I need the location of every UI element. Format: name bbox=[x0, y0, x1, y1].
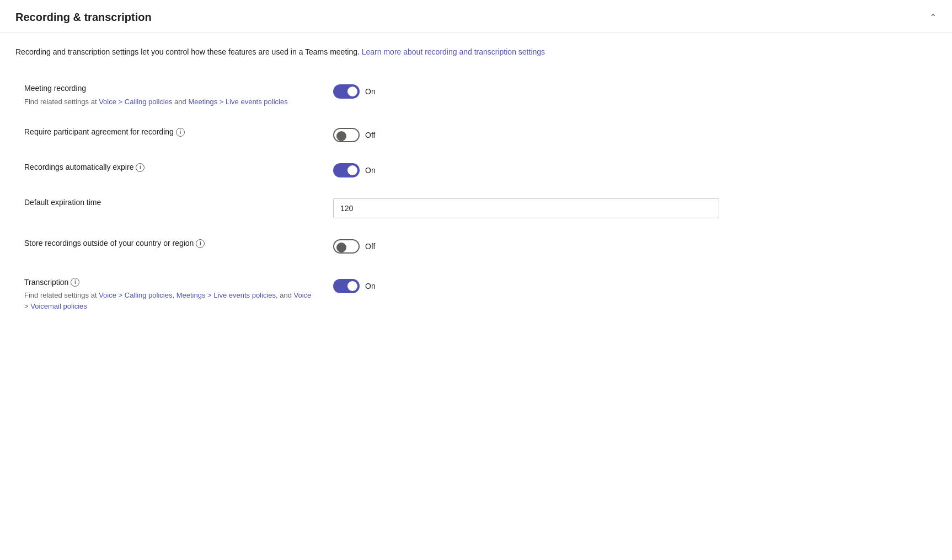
store-outside-label: Store recordings outside of your country… bbox=[24, 238, 315, 249]
setting-label-col: Meeting recording Find related settings … bbox=[24, 83, 333, 107]
transcription-info-icon[interactable]: i bbox=[71, 278, 79, 287]
live-events-policies-link-1[interactable]: Meetings > Live events policies bbox=[188, 98, 287, 106]
settings-container: Meeting recording Find related settings … bbox=[15, 73, 937, 321]
transcription-section: Transcription i Find related settings at… bbox=[24, 268, 937, 321]
transcription-toggle-wrapper: On bbox=[333, 279, 376, 293]
meeting-recording-track bbox=[333, 84, 360, 99]
meeting-recording-toggle-wrapper: On bbox=[333, 84, 376, 99]
transcription-title: Transcription i bbox=[24, 278, 315, 287]
meeting-recording-thumb bbox=[347, 87, 357, 96]
section-body: Recording and transcription settings let… bbox=[0, 33, 952, 335]
setting-row-meeting-recording: Meeting recording Find related settings … bbox=[24, 73, 937, 117]
expiration-time-control bbox=[333, 197, 719, 218]
store-outside-value-label: Off bbox=[365, 242, 375, 251]
auto-expire-control: On bbox=[333, 162, 376, 177]
section-header: Recording & transcription ⌃ bbox=[0, 0, 952, 33]
meeting-recording-label: Meeting recording bbox=[24, 83, 315, 94]
meeting-recording-value-label: On bbox=[365, 87, 376, 96]
voice-calling-policies-link-1[interactable]: Voice > Calling policies bbox=[99, 98, 172, 106]
require-agreement-toggle[interactable] bbox=[333, 128, 360, 142]
auto-expire-info-icon[interactable]: i bbox=[136, 163, 145, 172]
live-events-policies-link-2[interactable]: Meetings > Live events policies, bbox=[177, 291, 278, 299]
store-outside-control: Off bbox=[333, 238, 375, 254]
setting-row-auto-expire: Recordings automatically expire i On bbox=[24, 152, 937, 187]
store-outside-info-icon[interactable]: i bbox=[196, 239, 205, 248]
setting-row-require-agreement: Require participant agreement for record… bbox=[24, 117, 937, 152]
setting-label-col: Recordings automatically expire i bbox=[24, 162, 333, 173]
transcription-toggle[interactable] bbox=[333, 279, 360, 293]
auto-expire-track bbox=[333, 163, 360, 177]
store-outside-toggle[interactable] bbox=[333, 239, 360, 254]
transcription-control: On bbox=[333, 278, 376, 293]
setting-label-col: Store recordings outside of your country… bbox=[24, 238, 333, 249]
require-agreement-control: Off bbox=[333, 127, 375, 142]
transcription-track bbox=[333, 279, 360, 293]
setting-row-expiration-time: Default expiration time bbox=[24, 187, 937, 228]
require-agreement-toggle-wrapper: Off bbox=[333, 128, 375, 142]
page-container: Recording & transcription ⌃ Recording an… bbox=[0, 0, 952, 560]
auto-expire-label: Recordings automatically expire i bbox=[24, 162, 315, 173]
transcription-thumb bbox=[347, 281, 357, 291]
auto-expire-toggle[interactable] bbox=[333, 163, 360, 177]
setting-row-transcription: Transcription i Find related settings at… bbox=[24, 268, 937, 321]
meeting-recording-control: On bbox=[333, 83, 376, 99]
transcription-value-label: On bbox=[365, 282, 376, 290]
auto-expire-thumb bbox=[347, 165, 357, 175]
transcription-sublabel: Find related settings at Voice > Calling… bbox=[24, 290, 315, 311]
require-agreement-info-icon[interactable]: i bbox=[176, 128, 185, 137]
store-outside-toggle-wrapper: Off bbox=[333, 239, 375, 254]
learn-more-link[interactable]: Learn more about recording and transcrip… bbox=[362, 47, 545, 56]
section-title: Recording & transcription bbox=[15, 11, 152, 24]
meeting-recording-toggle[interactable] bbox=[333, 84, 360, 99]
description-text-before: Recording and transcription settings let… bbox=[15, 47, 362, 56]
meeting-recording-sublabel: Find related settings at Voice > Calling… bbox=[24, 96, 315, 107]
require-agreement-thumb bbox=[336, 131, 346, 141]
expiration-time-input[interactable] bbox=[333, 198, 719, 218]
description-text: Recording and transcription settings let… bbox=[15, 46, 788, 58]
require-agreement-label: Require participant agreement for record… bbox=[24, 127, 315, 138]
auto-expire-value-label: On bbox=[365, 166, 376, 175]
setting-row-store-outside: Store recordings outside of your country… bbox=[24, 228, 937, 263]
require-agreement-value-label: Off bbox=[365, 131, 375, 139]
auto-expire-toggle-wrapper: On bbox=[333, 163, 376, 177]
collapse-button[interactable]: ⌃ bbox=[929, 12, 937, 23]
setting-label-col: Transcription i Find related settings at… bbox=[24, 278, 333, 311]
setting-label-col: Default expiration time bbox=[24, 197, 333, 208]
store-outside-thumb bbox=[336, 243, 346, 252]
expiration-time-label: Default expiration time bbox=[24, 197, 315, 208]
setting-label-col: Require participant agreement for record… bbox=[24, 127, 333, 138]
require-agreement-track bbox=[333, 128, 360, 142]
voice-calling-policies-link-2[interactable]: Voice > Calling policies, bbox=[99, 291, 174, 299]
store-outside-track bbox=[333, 239, 360, 254]
